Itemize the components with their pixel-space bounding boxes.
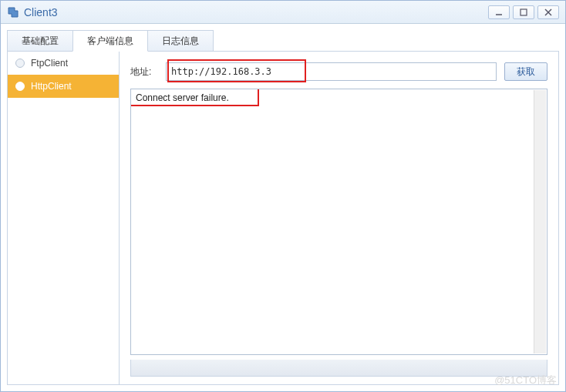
- content-area: 基础配置 客户端信息 日志信息 FtpClient HttpClient 地址:: [1, 24, 565, 391]
- status-bar: [130, 360, 547, 377]
- tab-label: 基础配置: [22, 35, 59, 48]
- app-icon: [7, 6, 19, 18]
- window-title: Client3: [24, 6, 488, 18]
- tab-label: 客户端信息: [87, 35, 133, 48]
- address-input[interactable]: [166, 62, 497, 81]
- address-label: 地址:: [130, 65, 158, 79]
- tab-label: 日志信息: [162, 35, 199, 48]
- sidebar-item-label: FtpClient: [31, 58, 68, 69]
- close-button[interactable]: [537, 5, 559, 19]
- tab-body: FtpClient HttpClient 地址: 获取 Connect serv…: [7, 51, 559, 385]
- svg-rect-1: [521, 9, 527, 15]
- minimize-button[interactable]: [488, 5, 510, 19]
- scrollbar[interactable]: [534, 90, 546, 353]
- result-text: Connect server failure.: [136, 92, 229, 103]
- result-textarea[interactable]: Connect server failure.: [130, 89, 547, 355]
- titlebar: Client3: [1, 1, 565, 24]
- tab-basic-config[interactable]: 基础配置: [7, 30, 73, 52]
- tab-strip: 基础配置 客户端信息 日志信息: [7, 30, 559, 52]
- sidebar-item-ftpclient[interactable]: FtpClient: [8, 52, 119, 75]
- fetch-button-label: 获取: [517, 65, 535, 79]
- main-panel: 地址: 获取 Connect server failure.: [120, 52, 558, 384]
- maximize-button[interactable]: [513, 5, 534, 19]
- window-controls: [488, 5, 559, 19]
- sidebar-item-label: HttpClient: [31, 81, 72, 92]
- client-sidebar: FtpClient HttpClient: [8, 52, 120, 384]
- tab-client-info[interactable]: 客户端信息: [72, 30, 148, 52]
- app-window: Client3 基础配置 客户端信息 日志信息 FtpClient HttpCl…: [0, 0, 566, 392]
- fetch-button[interactable]: 获取: [504, 62, 547, 81]
- sidebar-item-httpclient[interactable]: HttpClient: [8, 75, 119, 98]
- radio-icon: [15, 59, 25, 68]
- radio-icon: [15, 82, 25, 91]
- tab-log-info[interactable]: 日志信息: [147, 30, 214, 52]
- address-row: 地址: 获取: [130, 62, 547, 81]
